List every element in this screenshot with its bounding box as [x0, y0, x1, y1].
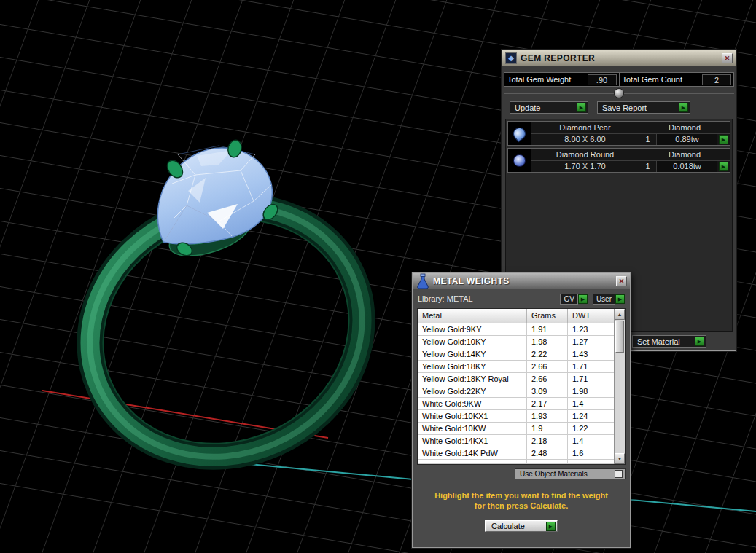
- metal-cell: White Gold:14KX1: [418, 435, 527, 447]
- gem-weight: 0.018tw: [657, 161, 717, 173]
- use-object-materials-toggle[interactable]: Use Object Materials: [515, 468, 626, 479]
- gem-row[interactable]: Diamond Round 1.70 X 1.70 Diamond 1 0.01…: [507, 148, 730, 173]
- table-row[interactable]: White Gold:10KX1 1.93 1.24: [418, 410, 614, 423]
- column-header-grams[interactable]: Grams: [527, 309, 568, 323]
- total-gem-count: Total Gem Count 2: [619, 73, 734, 86]
- gem-count: 1: [639, 134, 657, 146]
- calculate-button-label: Calculate: [491, 522, 525, 530]
- user-button[interactable]: User ▶: [593, 294, 625, 305]
- save-report-button-label: Save Report: [602, 103, 647, 112]
- use-object-materials-checkbox[interactable]: [615, 470, 623, 478]
- gem-totals-bar: Total Gem Weight .90 Total Gem Count 2: [504, 72, 734, 87]
- flyout-arrow-icon[interactable]: ▶: [615, 294, 625, 304]
- table-body: Yellow Gold:9KY 1.91 1.23 Yellow Gold:10…: [418, 323, 614, 464]
- gem-thumbnail: [508, 149, 531, 172]
- table-row[interactable]: Yellow Gold:9KY 1.91 1.23: [418, 323, 614, 336]
- gem-material: Diamond: [639, 122, 730, 134]
- column-header-metal[interactable]: Metal: [418, 309, 527, 323]
- table-row[interactable]: Yellow Gold:10KY 1.98 1.27: [418, 336, 614, 348]
- dwt-cell: 1.6: [568, 447, 614, 459]
- grams-cell: 2.17: [527, 398, 568, 409]
- scrollbar-thumb[interactable]: [615, 321, 624, 353]
- divider: [504, 87, 734, 100]
- table-row[interactable]: Yellow Gold:18KY Royal 2.66 1.71: [418, 373, 614, 385]
- gv-button-label: GV: [560, 294, 577, 305]
- pear-gem-icon: [511, 125, 529, 142]
- gem-icon: ◆: [505, 52, 517, 64]
- table-row[interactable]: White Gold:10KW 1.9 1.22: [418, 423, 614, 435]
- dwt-cell: 1.22: [568, 423, 614, 434]
- close-icon[interactable]: ✕: [722, 53, 733, 63]
- gem-detail-column: Diamond 1 0.018tw ▶: [639, 149, 730, 172]
- metal-table: Metal Grams DWT Yellow Gold:9KY 1.91 1.2…: [417, 308, 626, 465]
- total-gem-count-value: 2: [702, 74, 731, 85]
- flyout-arrow-icon[interactable]: ▶: [546, 522, 556, 531]
- table-row[interactable]: White Gold:9KW 2.17 1.4: [418, 398, 614, 410]
- panel-title: METAL WEIGHTS: [433, 276, 510, 286]
- update-button[interactable]: Update ▶: [510, 101, 588, 114]
- metal-weights-panel: METAL WEIGHTS ✕ Library: METAL GV ▶ User…: [412, 272, 631, 548]
- table-row[interactable]: White Gold:14KW: [418, 460, 614, 464]
- scroll-up-icon[interactable]: ▲: [615, 309, 625, 320]
- gem-name: Diamond Round: [531, 149, 639, 160]
- vertical-scrollbar[interactable]: ▲ ▼: [614, 309, 625, 464]
- table-row[interactable]: White Gold:14K PdW 2.48 1.6: [418, 447, 614, 460]
- flyout-arrow-icon[interactable]: ▶: [577, 103, 586, 112]
- gem-row[interactable]: Diamond Pear 8.00 X 6.00 Diamond 1 0.89t…: [507, 121, 730, 146]
- total-gem-weight-value: .90: [588, 74, 617, 85]
- flyout-arrow-icon[interactable]: ▶: [719, 162, 728, 171]
- metal-cell: White Gold:14KW: [418, 460, 527, 463]
- dwt-cell: 1.71: [568, 373, 614, 385]
- metal-cell: White Gold:9KW: [418, 398, 527, 409]
- divider-knob[interactable]: [614, 88, 624, 98]
- gem-weight-row: 1 0.89tw ▶: [639, 134, 730, 146]
- table-row[interactable]: White Gold:14KX1 2.18 1.4: [418, 435, 614, 447]
- ring-model[interactable]: [50, 138, 402, 500]
- dwt-cell: 1.43: [568, 348, 614, 360]
- gem-name-column: Diamond Round 1.70 X 1.70: [531, 149, 639, 172]
- gem-name: Diamond Pear: [531, 122, 639, 133]
- grams-cell: 2.48: [527, 447, 568, 459]
- dwt-cell: 1.24: [568, 410, 614, 422]
- dwt-cell: 1.23: [568, 323, 614, 335]
- set-material-button[interactable]: Set Material ▶: [632, 335, 706, 348]
- flyout-arrow-icon[interactable]: ▶: [578, 294, 588, 304]
- flyout-arrow-icon[interactable]: ▶: [679, 103, 688, 112]
- round-gem-icon: [513, 154, 526, 167]
- gv-button[interactable]: GV ▶: [560, 294, 587, 305]
- flyout-arrow-icon[interactable]: ▶: [719, 135, 728, 144]
- metal-cell: Yellow Gold:9KY: [418, 323, 527, 335]
- save-report-button[interactable]: Save Report ▶: [597, 101, 690, 114]
- dwt-cell: [568, 460, 614, 463]
- grams-cell: [527, 460, 568, 463]
- library-row: Library: METAL GV ▶ User ▶: [413, 289, 630, 308]
- total-gem-weight: Total Gem Weight .90: [504, 73, 619, 86]
- metal-cell: White Gold:10KW: [418, 423, 527, 434]
- table-header: Metal Grams DWT: [418, 309, 614, 323]
- grams-cell: 2.18: [527, 435, 568, 447]
- table-row[interactable]: Yellow Gold:22KY 3.09 1.98: [418, 385, 614, 398]
- panel-title: GEM REPORTER: [521, 53, 595, 63]
- column-header-dwt[interactable]: DWT: [568, 309, 614, 323]
- metal-cell: Yellow Gold:18KY: [418, 361, 527, 372]
- dwt-cell: 1.98: [568, 385, 614, 397]
- gem-weight-row: 1 0.018tw ▶: [639, 161, 730, 173]
- grams-cell: 2.66: [527, 373, 568, 385]
- instruction-line-1: Highlight the item you want to find the …: [413, 490, 630, 501]
- table-row[interactable]: Yellow Gold:18KY 2.66 1.71: [418, 361, 614, 373]
- metal-weights-titlebar[interactable]: METAL WEIGHTS ✕: [413, 273, 630, 289]
- scroll-down-icon[interactable]: ▼: [615, 453, 625, 464]
- flyout-arrow-icon[interactable]: ▶: [695, 337, 704, 346]
- gem-reporter-titlebar[interactable]: ◆ GEM REPORTER ✕: [502, 50, 736, 66]
- grams-cell: 2.22: [527, 348, 568, 360]
- grams-cell: 1.9: [527, 423, 568, 434]
- close-icon[interactable]: ✕: [616, 276, 627, 286]
- calculate-button[interactable]: Calculate ▶: [485, 520, 558, 532]
- gem-detail-column: Diamond 1 0.89tw ▶: [639, 122, 730, 145]
- dwt-cell: 1.4: [568, 398, 614, 409]
- grams-cell: 2.66: [527, 361, 568, 372]
- library-label: Library: METAL: [418, 294, 473, 303]
- gem-thumbnail: [508, 122, 531, 145]
- table-row[interactable]: Yellow Gold:14KY 2.22 1.43: [418, 348, 614, 361]
- gem-count: 1: [639, 161, 657, 173]
